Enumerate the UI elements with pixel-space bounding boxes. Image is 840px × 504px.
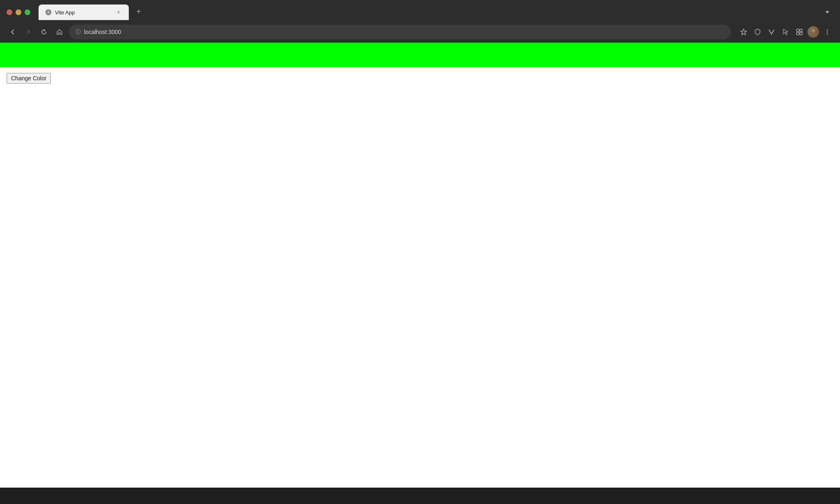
- svg-point-11: [827, 34, 828, 35]
- star-icon: [740, 28, 747, 36]
- extension-3-button[interactable]: [779, 26, 792, 38]
- color-bar: [0, 43, 840, 67]
- extension-1-button[interactable]: [751, 26, 764, 38]
- info-icon: ⓘ: [75, 28, 81, 36]
- maximize-window-button[interactable]: [25, 9, 30, 15]
- v-logo-icon: [768, 28, 775, 36]
- forward-button[interactable]: [22, 26, 34, 38]
- chrome-menu-button[interactable]: [821, 26, 833, 38]
- home-button[interactable]: [53, 26, 66, 38]
- toolbar-icons: [737, 26, 833, 38]
- reload-button[interactable]: [38, 26, 50, 38]
- svg-rect-4: [797, 29, 799, 32]
- chrome-dropdown-button[interactable]: [821, 6, 833, 18]
- three-dots-icon: [824, 28, 831, 36]
- close-window-button[interactable]: [7, 9, 12, 15]
- browser-tab[interactable]: Vite App ×: [39, 5, 129, 20]
- svg-rect-5: [800, 29, 802, 32]
- home-icon: [56, 29, 63, 35]
- svg-marker-2: [825, 11, 829, 14]
- extensions-button[interactable]: [793, 26, 806, 38]
- svg-point-9: [827, 30, 828, 31]
- svg-rect-6: [797, 32, 799, 35]
- extension-2-button[interactable]: [765, 26, 778, 38]
- tab-close-button[interactable]: ×: [115, 9, 122, 16]
- url-text: localhost:3000: [84, 29, 121, 35]
- shield-icon: [754, 28, 761, 36]
- vite-favicon-icon: [46, 9, 51, 15]
- back-arrow-icon: [9, 29, 16, 35]
- title-bar: Vite App × +: [0, 0, 840, 21]
- tab-title: Vite App: [55, 9, 112, 16]
- cursor-icon: [782, 28, 789, 36]
- person-icon: [809, 28, 817, 36]
- chevron-down-icon: [824, 9, 830, 15]
- svg-marker-3: [44, 29, 46, 32]
- minimize-window-button[interactable]: [16, 9, 21, 15]
- new-tab-button[interactable]: +: [132, 5, 145, 18]
- reload-icon: [41, 29, 47, 35]
- profile-button[interactable]: [807, 26, 819, 38]
- svg-rect-7: [800, 32, 802, 35]
- tab-favicon: [45, 9, 52, 16]
- profile-avatar: [808, 26, 819, 38]
- forward-arrow-icon: [25, 29, 32, 35]
- address-bar: ⓘ localhost:3000: [0, 21, 840, 43]
- svg-point-8: [812, 29, 815, 32]
- browser-chrome: Vite App × +: [0, 0, 840, 43]
- bookmark-button[interactable]: [737, 26, 750, 38]
- page-content: Change Color: [0, 43, 840, 488]
- url-bar[interactable]: ⓘ localhost:3000: [69, 25, 731, 39]
- back-button[interactable]: [7, 26, 19, 38]
- page-body: Change Color: [0, 67, 840, 89]
- change-color-button[interactable]: Change Color: [7, 73, 51, 84]
- puzzle-icon: [796, 28, 803, 36]
- traffic-lights: [7, 9, 30, 15]
- svg-point-10: [827, 32, 828, 33]
